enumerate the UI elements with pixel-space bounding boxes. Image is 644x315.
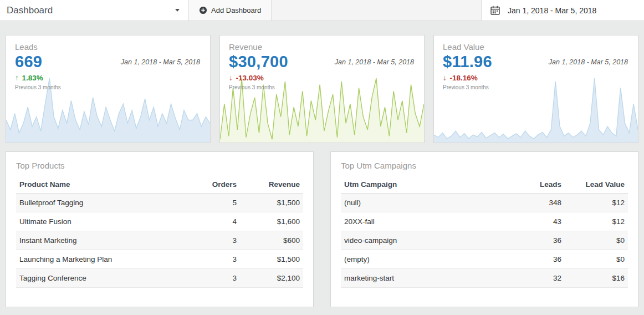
kpi-card-leads: Leads 669 Jan 1, 2018 - Mar 5, 2018 ↑ 1.…	[6, 35, 211, 143]
row-value: 348	[502, 194, 565, 212]
row-value: 3	[177, 269, 240, 288]
kpi-title: Leads	[15, 42, 201, 52]
date-range-picker[interactable]: Jan 1, 2018 - Mar 5, 2018	[481, 0, 644, 21]
column-header: Leads	[502, 176, 565, 194]
row-value: $2,100	[240, 269, 303, 288]
kpi-value: $11.96	[443, 53, 492, 71]
top-products-table: Product NameOrdersRevenueBulletproof Tag…	[16, 176, 303, 288]
calendar-icon	[490, 6, 500, 15]
topbar-spacer	[272, 0, 481, 21]
top-products-card: Top Products Product NameOrdersRevenueBu…	[6, 151, 314, 307]
topbar: Dashboard Add Dashboard	[0, 0, 644, 21]
row-label: (empty)	[341, 250, 502, 269]
change-value: -13.03%	[236, 74, 264, 82]
row-value: 3	[177, 231, 240, 250]
dashboard-selector-label: Dashboard	[7, 5, 53, 16]
kpi-row: Leads 669 Jan 1, 2018 - Mar 5, 2018 ↑ 1.…	[6, 35, 638, 143]
row-value: $600	[240, 231, 303, 250]
kpi-change: ↓ -13.03%	[229, 74, 415, 82]
row-value: $0	[565, 231, 628, 250]
kpi-card-lead-value: Lead Value $11.96 Jan 1, 2018 - Mar 5, 2…	[433, 35, 638, 143]
column-header: Revenue	[240, 176, 303, 194]
kpi-date-range: Jan 1, 2018 - Mar 5, 2018	[549, 58, 629, 66]
table-row: Bulletproof Tagging5$1,500	[16, 194, 303, 212]
table-row: Tagging Conference3$2,100	[16, 269, 303, 288]
table-title: Top Utm Campaigns	[341, 161, 628, 170]
row-label: Ultimate Fusion	[16, 212, 177, 231]
row-label: Bulletproof Tagging	[16, 194, 177, 212]
row-value: 43	[502, 212, 565, 231]
top-utm-campaigns-card: Top Utm Campaigns Utm CampaignLeadsLead …	[330, 151, 638, 307]
table-row: Instant Marketing3$600	[16, 231, 303, 250]
table-row: Launching a Marketing Plan3$1,500	[16, 250, 303, 269]
row-label: (null)	[341, 194, 502, 212]
table-title: Top Products	[16, 161, 303, 170]
dashboard-selector[interactable]: Dashboard	[0, 0, 189, 21]
row-label: marketing-start	[341, 269, 502, 288]
kpi-change: ↑ 1.83%	[15, 74, 201, 82]
kpi-value: $30,700	[229, 53, 288, 71]
table-row: marketing-start32$16	[341, 269, 628, 288]
row-label: Launching a Marketing Plan	[16, 250, 177, 269]
column-header: Lead Value	[565, 176, 628, 194]
column-header: Orders	[177, 176, 240, 194]
row-label: video-campaign	[341, 231, 502, 250]
kpi-period-label: Previous 3 months	[229, 84, 415, 90]
change-arrow: ↑	[15, 74, 21, 82]
change-value: 1.83%	[22, 74, 43, 82]
kpi-value: 669	[15, 53, 42, 71]
row-label: 20XX-fall	[341, 212, 502, 231]
row-value: 36	[502, 231, 565, 250]
kpi-period-label: Previous 3 months	[443, 84, 629, 90]
row-value: $1,600	[240, 212, 303, 231]
row-value: 32	[502, 269, 565, 288]
kpi-change: ↓ -18.16%	[443, 74, 629, 82]
table-row: Ultimate Fusion4$1,600	[16, 212, 303, 231]
table-row: 20XX-fall43$12	[341, 212, 628, 231]
row-value: $12	[565, 212, 628, 231]
kpi-title: Lead Value	[443, 42, 629, 52]
kpi-period-label: Previous 3 months	[15, 84, 201, 90]
column-header: Product Name	[16, 176, 177, 194]
table-row: (null)348$12	[341, 194, 628, 212]
row-value: 5	[177, 194, 240, 212]
kpi-date-range: Jan 1, 2018 - Mar 5, 2018	[121, 58, 201, 66]
tables-row: Top Products Product NameOrdersRevenueBu…	[6, 151, 638, 307]
change-arrow: ↓	[229, 74, 235, 82]
add-dashboard-label: Add Dashboard	[211, 6, 261, 14]
column-header: Utm Campaign	[341, 176, 502, 194]
table-row: video-campaign36$0	[341, 231, 628, 250]
row-value: 36	[502, 250, 565, 269]
row-label: Tagging Conference	[16, 269, 177, 288]
date-range-text: Jan 1, 2018 - Mar 5, 2018	[508, 6, 596, 15]
row-value: $16	[565, 269, 628, 288]
dashboard-content: Leads 669 Jan 1, 2018 - Mar 5, 2018 ↑ 1.…	[0, 21, 644, 307]
row-label: Instant Marketing	[16, 231, 177, 250]
row-value: 3	[177, 250, 240, 269]
change-arrow: ↓	[443, 74, 449, 82]
top-utm-campaigns-table: Utm CampaignLeadsLead Value(null)348$122…	[341, 176, 628, 288]
row-value: $0	[565, 250, 628, 269]
plus-circle-icon	[199, 6, 207, 14]
kpi-card-revenue: Revenue $30,700 Jan 1, 2018 - Mar 5, 201…	[219, 35, 425, 143]
table-row: (empty)36$0	[341, 250, 628, 269]
kpi-title: Revenue	[229, 42, 415, 52]
row-value: 4	[177, 212, 240, 231]
row-value: $1,500	[240, 250, 303, 269]
chevron-down-icon	[175, 9, 180, 12]
kpi-date-range: Jan 1, 2018 - Mar 5, 2018	[335, 58, 415, 66]
row-value: $1,500	[240, 194, 303, 212]
change-value: -18.16%	[450, 74, 478, 82]
add-dashboard-button[interactable]: Add Dashboard	[189, 0, 272, 21]
row-value: $12	[565, 194, 628, 212]
